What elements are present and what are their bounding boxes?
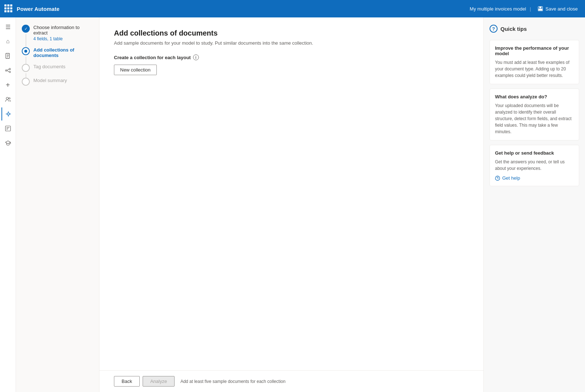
left-nav: ☰ ⌂ + bbox=[0, 17, 16, 392]
page-title: Add collections of documents bbox=[114, 29, 469, 37]
tips-title: Quick tips bbox=[500, 26, 527, 32]
back-button[interactable]: Back bbox=[114, 376, 140, 387]
tip-card-1: What does analyze do? Your uploaded docu… bbox=[490, 89, 579, 140]
svg-point-13 bbox=[9, 98, 10, 99]
nav-add-icon[interactable]: + bbox=[1, 78, 15, 91]
tip-card-1-title: What does analyze do? bbox=[495, 94, 574, 99]
tip-card-2-body: Get the answers you need, or tell us abo… bbox=[495, 159, 574, 172]
nav-documents-icon[interactable] bbox=[1, 49, 15, 62]
step2-circle bbox=[22, 47, 30, 55]
tip-card-0-title: Improve the performance of your model bbox=[495, 45, 574, 56]
step1-circle bbox=[22, 25, 30, 33]
new-collection-button[interactable]: New collection bbox=[114, 65, 157, 75]
step2-title: Add collections of documents bbox=[33, 47, 93, 58]
main-content: Add collections of documents Add sample … bbox=[99, 17, 483, 392]
step4-circle bbox=[22, 78, 30, 86]
tip-card-2-title: Get help or send feedback bbox=[495, 150, 574, 156]
step4-title: Model summary bbox=[33, 78, 93, 83]
grid-icon[interactable] bbox=[4, 4, 13, 13]
steps-panel: Choose information to extract 4 fields, … bbox=[16, 17, 99, 392]
footer-bar: Back Analyze Add at least five sample do… bbox=[99, 370, 483, 392]
svg-point-8 bbox=[9, 68, 11, 70]
get-help-label: Get help bbox=[502, 175, 520, 181]
tip-card-1-body: Your uploaded documents will be analyzed… bbox=[495, 102, 574, 135]
step-tag-documents: Tag documents bbox=[22, 64, 93, 72]
topbar-right: My multiple invoices model | Save and cl… bbox=[470, 4, 581, 13]
svg-point-24 bbox=[495, 176, 500, 180]
nav-menu-icon[interactable]: ☰ bbox=[1, 20, 15, 33]
quick-tips-header: ? Quick tips bbox=[490, 25, 579, 33]
analyze-button[interactable]: Analyze bbox=[143, 376, 175, 387]
step3-circle bbox=[22, 64, 30, 72]
main-layout: ☰ ⌂ + Choose information to extract 4 fi bbox=[0, 17, 585, 392]
step1-subtitle: 4 fields, 1 table bbox=[33, 36, 93, 41]
step-model-summary: Model summary bbox=[22, 78, 93, 86]
page-subtitle: Add sample documents for your model to s… bbox=[114, 40, 469, 46]
step1-content: Choose information to extract 4 fields, … bbox=[33, 25, 93, 41]
nav-learn-icon[interactable] bbox=[1, 136, 15, 150]
tips-question-icon: ? bbox=[490, 25, 498, 33]
step4-content: Model summary bbox=[33, 78, 93, 83]
step3-content: Tag documents bbox=[33, 64, 93, 69]
app-title: Power Automate bbox=[17, 6, 60, 12]
content-area: Add collections of documents Add sample … bbox=[99, 17, 483, 370]
footer-hint: Add at least five sample documents for e… bbox=[180, 379, 286, 384]
step2-content: Add collections of documents bbox=[33, 47, 93, 58]
save-close-label: Save and close bbox=[545, 6, 578, 12]
svg-rect-1 bbox=[539, 7, 541, 8]
svg-point-9 bbox=[9, 71, 11, 73]
svg-rect-2 bbox=[539, 9, 542, 11]
save-close-button[interactable]: Save and close bbox=[535, 4, 581, 13]
svg-line-10 bbox=[7, 69, 9, 70]
topbar: Power Automate My multiple invoices mode… bbox=[0, 0, 585, 17]
quick-tips-panel: ? Quick tips Improve the performance of … bbox=[483, 17, 585, 392]
svg-point-14 bbox=[7, 113, 9, 115]
save-icon bbox=[537, 6, 543, 12]
get-help-link[interactable]: Get help bbox=[495, 175, 574, 181]
model-name: My multiple invoices model bbox=[470, 6, 526, 12]
svg-point-7 bbox=[5, 70, 7, 71]
info-icon[interactable]: i bbox=[193, 54, 199, 60]
get-help-icon bbox=[495, 176, 500, 181]
tip-card-0-body: You must add at least five examples of y… bbox=[495, 59, 574, 79]
nav-connections-icon[interactable] bbox=[1, 64, 15, 77]
svg-line-11 bbox=[7, 71, 9, 72]
section-label-text: Create a collection for each layout bbox=[114, 55, 191, 60]
nav-home-icon[interactable]: ⌂ bbox=[1, 35, 15, 48]
nav-ai-icon[interactable] bbox=[1, 107, 15, 121]
topbar-divider: | bbox=[530, 6, 531, 12]
step-add-collections: Add collections of documents bbox=[22, 47, 93, 58]
svg-point-12 bbox=[6, 97, 8, 99]
nav-forms-icon[interactable] bbox=[1, 122, 15, 135]
step1-title: Choose information to extract bbox=[33, 25, 93, 36]
step3-title: Tag documents bbox=[33, 64, 93, 69]
section-label: Create a collection for each layout i bbox=[114, 54, 469, 60]
tip-card-0: Improve the performance of your model Yo… bbox=[490, 40, 579, 84]
nav-people-icon[interactable] bbox=[1, 93, 15, 106]
tip-card-2: Get help or send feedback Get the answer… bbox=[490, 145, 579, 186]
step-choose-info: Choose information to extract 4 fields, … bbox=[22, 25, 93, 41]
